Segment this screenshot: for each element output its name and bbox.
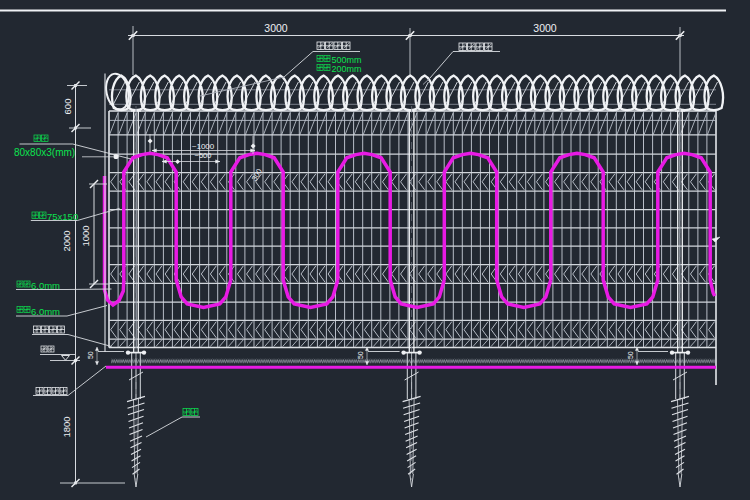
svg-text:80x80x3(mm): 80x80x3(mm) [14, 147, 75, 158]
svg-text:50: 50 [87, 351, 94, 359]
svg-text:600: 600 [62, 99, 73, 115]
svg-text:~500: ~500 [195, 151, 212, 160]
svg-text:3000: 3000 [533, 22, 557, 34]
svg-text:2000: 2000 [61, 230, 72, 251]
svg-text:75x150: 75x150 [47, 211, 78, 222]
svg-text:1800: 1800 [61, 416, 72, 437]
svg-text:1000: 1000 [80, 225, 91, 246]
svg-text:6.0mm: 6.0mm [31, 306, 60, 317]
svg-text:200mm: 200mm [332, 64, 362, 74]
svg-text:~1000: ~1000 [192, 142, 215, 151]
svg-text:50: 50 [627, 351, 634, 359]
svg-text:3000: 3000 [264, 22, 288, 34]
svg-text:6.0mm: 6.0mm [31, 280, 60, 291]
svg-text:50: 50 [357, 351, 364, 359]
